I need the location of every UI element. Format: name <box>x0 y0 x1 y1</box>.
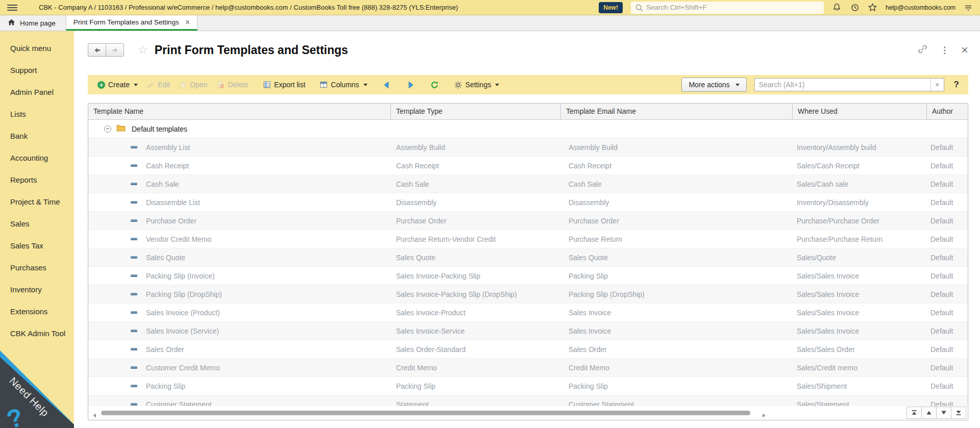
edit-button[interactable]: Edit <box>142 79 175 91</box>
horizontal-scrollbar[interactable] <box>88 406 968 420</box>
scroll-to-top-button[interactable] <box>906 407 922 419</box>
cell-template-type: Sales Invoice-Service <box>391 327 561 335</box>
columns-button[interactable]: Columns <box>315 79 372 91</box>
scrollbar-thumb[interactable] <box>101 411 750 415</box>
table-row[interactable]: Sales Invoice (Product) Sales Invoice-Pr… <box>88 304 968 322</box>
cell-where-used: Sales/Sales Invoice <box>793 309 927 317</box>
delete-button[interactable]: Delete <box>212 79 253 91</box>
need-help-ribbon[interactable]: Need Help ? <box>0 350 74 428</box>
column-header-template-name[interactable]: Template Name <box>88 104 391 119</box>
table-row[interactable]: Packing Slip (DropShip) Sales Invoice-Pa… <box>88 285 968 304</box>
cell-template-email: Purchase Return <box>561 235 793 243</box>
cell-template-name: Packing Slip (DropShip) <box>146 290 222 298</box>
cell-author: Default <box>927 235 968 243</box>
column-header-template-email[interactable]: Template Email Name <box>561 104 793 119</box>
scroll-right-icon[interactable] <box>762 411 766 420</box>
sidebar-item-accounting[interactable]: Accounting <box>0 147 74 169</box>
sidebar-item-lists[interactable]: Lists <box>0 103 74 125</box>
cell-author: Default <box>927 254 968 262</box>
sidebar-item-sales-tax[interactable]: Sales Tax <box>0 235 74 257</box>
previous-arrow-button[interactable] <box>377 79 396 91</box>
table-row[interactable]: Assembly List Assembly Build Assembly Bu… <box>88 138 968 157</box>
open-button[interactable]: Open <box>175 79 212 91</box>
table-row[interactable]: Packing Slip (Invoice) Sales Invoice-Pac… <box>88 267 968 285</box>
table-row[interactable]: Cash Receipt Cash Receipt Cash Receipt S… <box>88 157 968 175</box>
cell-template-name: Cash Receipt <box>146 162 189 170</box>
sidebar-item-reports[interactable]: Reports <box>0 169 74 191</box>
table-row[interactable]: Disassemble List Disassembly Disassembly… <box>88 193 968 212</box>
collapse-icon[interactable] <box>104 125 111 133</box>
gear-icon <box>454 81 462 89</box>
sidebar-item-project-time[interactable]: Project & Time <box>0 191 74 213</box>
table-row[interactable]: Sales Quote Sales Quote Sales Quote Sale… <box>88 248 968 267</box>
list-search[interactable]: × <box>754 78 944 91</box>
scroll-left-icon[interactable] <box>92 411 96 420</box>
table-row[interactable]: Cash Sale Cash Sale Cash Sale Sales/Cash… <box>88 175 968 193</box>
scroll-down-button[interactable] <box>936 407 951 419</box>
sidebar-item-bank[interactable]: Bank <box>0 125 74 147</box>
settings-button[interactable]: Settings <box>449 79 504 91</box>
global-search-input[interactable] <box>646 4 820 11</box>
sidebar-item-quick-menu[interactable]: Quick menu <box>0 37 74 59</box>
tab-close-icon[interactable]: × <box>185 18 190 27</box>
help-email-link[interactable]: help@custombooks.com <box>886 4 955 11</box>
new-badge[interactable]: New! <box>599 2 623 13</box>
chevron-down-icon <box>363 84 368 86</box>
help-button[interactable]: ? <box>954 80 959 90</box>
cell-template-name: Sales Quote <box>146 254 185 262</box>
group-row-default-templates[interactable]: Default templates <box>88 120 968 138</box>
document-icon <box>179 81 187 89</box>
get-link-icon[interactable] <box>917 44 928 57</box>
table-row[interactable]: Sales Invoice (Service) Sales Invoice-Se… <box>88 322 968 340</box>
create-button[interactable]: + Create <box>93 79 142 91</box>
tab-home-page[interactable]: Home page <box>0 15 66 31</box>
close-form-icon[interactable]: × <box>961 44 968 56</box>
notifications-bell-icon[interactable] <box>832 3 842 12</box>
cell-template-name: Customer Credit Memo <box>146 364 220 372</box>
scroll-to-bottom-button[interactable] <box>951 407 966 419</box>
history-icon[interactable] <box>850 3 860 12</box>
cell-template-email: Packing Slip (DropShip) <box>561 290 793 298</box>
scroll-up-button[interactable] <box>921 407 937 419</box>
sidebar-item-purchases[interactable]: Purchases <box>0 257 74 279</box>
table-row[interactable]: Packing Slip Packing Slip Packing Slip S… <box>88 377 968 395</box>
refresh-button[interactable] <box>425 79 444 91</box>
template-item-icon <box>131 238 137 240</box>
table-row[interactable]: Purchase Order Purchase Order Purchase O… <box>88 212 968 230</box>
table-row[interactable]: Sales Order Sales Order-Standard Sales O… <box>88 340 968 359</box>
sidebar-item-admin-panel[interactable]: Admin Panel <box>0 81 74 103</box>
column-header-where-used[interactable]: Where Used <box>793 104 927 119</box>
sidebar-item-extensions[interactable]: Extensions <box>0 300 74 322</box>
column-header-author[interactable]: Author <box>927 104 968 119</box>
cell-template-type: Sales Quote <box>391 254 561 262</box>
cell-author: Default <box>927 272 968 280</box>
cell-template-email: Disassembly <box>561 198 793 207</box>
service-menu-icon[interactable] <box>964 3 973 12</box>
more-actions-button[interactable]: More actions <box>681 78 746 92</box>
cell-template-type: Disassembly <box>391 198 561 207</box>
tab-print-form-templates[interactable]: Print Form Templates and Settings × <box>66 15 198 31</box>
list-search-input[interactable] <box>755 81 930 89</box>
back-button[interactable] <box>88 43 106 57</box>
forward-button[interactable] <box>106 43 124 57</box>
clear-search-icon[interactable]: × <box>930 79 944 91</box>
favorites-star-icon[interactable] <box>868 3 877 12</box>
pencil-icon <box>147 81 155 89</box>
export-list-icon <box>263 81 271 89</box>
table-row[interactable]: Vendor Credit Memo Purchase Return-Vendo… <box>88 230 968 248</box>
more-menu-icon[interactable]: ⋮ <box>940 45 949 56</box>
sidebar-item-cbk-admin-tool[interactable]: CBK Admin Tool <box>0 322 74 344</box>
favorite-star-icon[interactable]: ☆ <box>138 43 148 57</box>
table-row[interactable]: Customer Credit Memo Credit Memo Credit … <box>88 359 968 377</box>
cell-template-type: Sales Invoice-Packing Slip <box>391 272 561 280</box>
template-item-icon <box>131 330 137 332</box>
sidebar-item-support[interactable]: Support <box>0 59 74 81</box>
cell-where-used: Sales/Sales Order <box>793 345 927 354</box>
main-menu-icon[interactable] <box>7 5 17 11</box>
column-header-template-type[interactable]: Template Type <box>391 104 561 119</box>
next-arrow-button[interactable] <box>401 79 420 91</box>
export-list-button[interactable]: Export list <box>258 79 310 91</box>
global-search[interactable] <box>631 2 824 14</box>
sidebar-item-sales[interactable]: Sales <box>0 213 74 235</box>
sidebar-item-inventory[interactable]: Inventory <box>0 279 74 300</box>
